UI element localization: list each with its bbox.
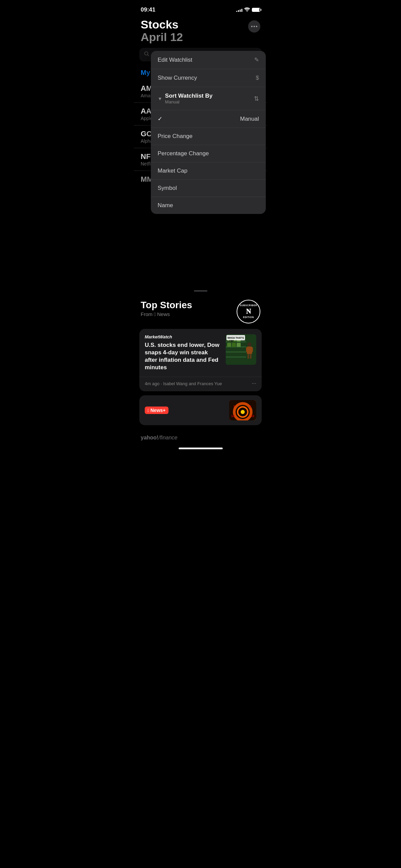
news-card-content: MarketWatch U.S. stocks end lower, Dow s… <box>139 329 262 377</box>
news-thumbnail: WHOA THAT'S LOW! <box>226 334 256 365</box>
status-bar: 09:41 <box>134 0 267 17</box>
sort-option-label-manual: Manual <box>240 116 259 122</box>
sort-option-market-cap[interactable]: Market Cap <box>151 162 266 180</box>
svg-text:WHOA THAT'S: WHOA THAT'S <box>227 337 244 339</box>
sort-header-left: ▼ Sort Watchlist By Manual <box>158 93 213 104</box>
news-n-icon: 𝐍 <box>246 308 251 315</box>
svg-point-13 <box>247 342 252 347</box>
news-source-label: MarketWatch <box>145 334 222 339</box>
subscriber-text-top: SUBSCRIBER <box>240 304 257 307</box>
top-stories-left: Top Stories From  News <box>141 300 192 317</box>
header-title-group: Stocks April 12 <box>141 18 183 44</box>
sort-option-price-change[interactable]: Price Change <box>151 128 266 145</box>
app-title: Stocks <box>141 18 183 31</box>
sort-label-group: Sort Watchlist By Manual <box>165 93 213 104</box>
svg-text:7: 7 <box>233 405 235 408</box>
news-more-button[interactable]: ··· <box>252 380 256 387</box>
status-icons <box>236 7 260 13</box>
home-bar <box>179 448 223 449</box>
apple-news-icon:  <box>147 408 149 413</box>
three-dots-icon <box>251 26 257 27</box>
news-plus-card[interactable]:  News+ 7 3 22 14 <box>139 395 262 425</box>
currency-icon: $ <box>256 75 259 81</box>
svg-rect-5 <box>226 351 246 353</box>
top-stories-section: Top Stories From  News SUBSCRIBER 𝐍 EDI… <box>134 286 267 445</box>
edit-icon: ✎ <box>254 56 259 63</box>
sort-watchlist-header[interactable]: ▼ Sort Watchlist By Manual ⇅ <box>151 87 266 110</box>
show-currency-label: Show Currency <box>158 75 197 81</box>
yahoo-finance-footer: yahoo! /finance <box>134 429 267 443</box>
sort-option-percentage-change[interactable]: Percentage Change <box>151 145 266 162</box>
svg-rect-16 <box>251 347 253 352</box>
news-meta: 4m ago · Isabel Wang and Frances Yue <box>145 381 222 386</box>
news-thumbnail-image: WHOA THAT'S LOW! <box>226 334 256 365</box>
news-card-1[interactable]: MarketWatch U.S. stocks end lower, Dow s… <box>139 329 262 391</box>
news-authors: Isabel Wang and Frances Yue <box>163 381 222 386</box>
svg-rect-15 <box>246 347 248 352</box>
signal-icon <box>236 8 242 12</box>
search-icon <box>144 51 149 58</box>
edit-watchlist-label: Edit Watchlist <box>158 57 192 63</box>
edit-watchlist-item[interactable]: Edit Watchlist ✎ <box>151 51 266 69</box>
svg-rect-18 <box>250 354 252 359</box>
svg-text:22: 22 <box>251 414 254 418</box>
checkmark-icon: ✓ <box>158 115 162 122</box>
svg-text:3: 3 <box>249 405 251 408</box>
news-source-text: News <box>157 311 170 317</box>
sort-subtitle: Manual <box>165 99 213 104</box>
top-stories-from: From  News <box>141 311 192 317</box>
top-stories-title: Top Stories <box>141 300 192 311</box>
sort-option-label-name: Name <box>158 202 173 209</box>
show-currency-item[interactable]: Show Currency $ <box>151 69 266 87</box>
news-card-text: MarketWatch U.S. stocks end lower, Dow s… <box>145 334 222 371</box>
sort-option-label-symbol: Symbol <box>158 185 177 192</box>
sort-option-symbol[interactable]: Symbol <box>151 180 266 197</box>
svg-rect-11 <box>232 343 236 347</box>
yahoo-finance-text: /finance <box>158 435 177 441</box>
yahoo-logo: yahoo! <box>141 435 158 441</box>
header: Stocks April 12 <box>134 17 267 48</box>
svg-rect-6 <box>226 356 246 358</box>
sort-option-manual[interactable]: ✓ Manual <box>151 110 266 128</box>
sort-option-label-price-change: Price Change <box>158 133 193 140</box>
top-stories-header: Top Stories From  News SUBSCRIBER 𝐍 EDI… <box>134 297 267 329</box>
header-date: April 12 <box>141 31 183 43</box>
chevron-down-icon: ▼ <box>158 96 162 101</box>
sort-arrows-icon: ⇅ <box>254 95 259 102</box>
wifi-icon <box>244 7 250 13</box>
news-plus-thumbnail: 7 3 22 14 <box>229 400 256 420</box>
news-headline: U.S. stocks end lower, Dow snaps 4-day w… <box>145 341 222 371</box>
news-plus-badge:  News+ <box>145 407 168 414</box>
battery-icon <box>252 8 260 12</box>
dropdown-menu: Edit Watchlist ✎ Show Currency $ ▼ Sort … <box>151 51 266 214</box>
svg-rect-10 <box>227 343 231 347</box>
svg-rect-17 <box>247 354 249 359</box>
svg-text:14: 14 <box>231 414 235 418</box>
news-plus-label: News+ <box>151 408 166 413</box>
news-card-footer: 4m ago · Isabel Wang and Frances Yue ··· <box>139 377 262 391</box>
news-time-ago: 4m ago <box>145 381 159 386</box>
svg-line-1 <box>148 55 149 56</box>
more-options-button[interactable] <box>248 20 260 33</box>
home-indicator <box>134 445 267 456</box>
svg-point-25 <box>241 410 245 414</box>
svg-rect-12 <box>237 343 241 347</box>
subscriber-text-bottom: EDITION <box>243 316 254 319</box>
apple-logo-icon:  <box>154 311 156 317</box>
svg-text:LOW!: LOW! <box>227 340 234 342</box>
subscriber-edition-badge: SUBSCRIBER 𝐍 EDITION <box>237 300 260 323</box>
status-time: 09:41 <box>141 6 155 13</box>
drag-handle <box>194 290 207 292</box>
sort-title: Sort Watchlist By <box>165 93 213 99</box>
sort-option-label-market-cap: Market Cap <box>158 167 187 174</box>
sort-option-name[interactable]: Name <box>151 197 266 214</box>
sort-option-label-pct-change: Percentage Change <box>158 150 209 157</box>
from-text: From <box>141 311 153 317</box>
